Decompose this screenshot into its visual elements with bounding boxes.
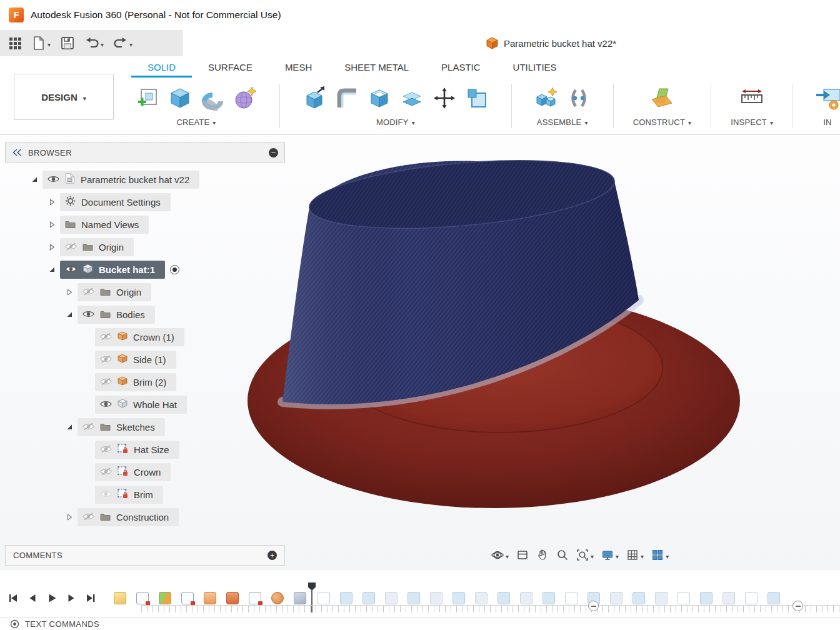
look-at-icon[interactable] — [516, 549, 529, 561]
visibility-eye-icon[interactable] — [82, 309, 94, 320]
split-icon[interactable] — [397, 81, 427, 115]
timeline-collapse-group-icon[interactable] — [792, 601, 803, 611]
visibility-eye-off-icon[interactable] — [82, 287, 94, 298]
zoom-icon[interactable] — [556, 549, 569, 561]
combine-icon[interactable] — [610, 592, 622, 604]
visibility-eye-off-icon[interactable] — [82, 422, 94, 432]
sketch-icon[interactable] — [318, 592, 330, 604]
create-sketch-icon[interactable] — [132, 81, 162, 115]
orbit-icon[interactable] — [491, 549, 509, 561]
fillet-icon[interactable] — [520, 592, 532, 604]
visibility-eye-off-icon[interactable] — [65, 242, 77, 252]
extrude-icon[interactable] — [542, 592, 555, 604]
browser-item-sketches[interactable]: Sketches — [5, 416, 285, 438]
timeline-ruler[interactable] — [141, 605, 840, 612]
expander-expanded-icon[interactable] — [61, 311, 78, 318]
insert-icon[interactable] — [812, 81, 840, 115]
sketch-icon[interactable] — [136, 592, 149, 604]
add-comment-icon[interactable]: + — [268, 551, 277, 560]
tab-surface[interactable]: SURFACE — [192, 56, 269, 78]
box-icon[interactable] — [165, 81, 195, 115]
browser-item-bodies[interactable]: Bodies — [5, 303, 285, 326]
undo-button[interactable] — [82, 34, 106, 52]
browser-item-origin[interactable]: Origin — [5, 236, 285, 258]
insert-dropdown[interactable]: IN — [823, 118, 831, 127]
measure-icon[interactable] — [737, 81, 767, 115]
tab-sheet-metal[interactable]: SHEET METAL — [328, 56, 425, 78]
text-commands-bar[interactable]: TEXT COMMANDS — [0, 618, 840, 630]
inspect-dropdown[interactable]: INSPECT — [731, 118, 773, 127]
expander-collapsed-icon[interactable] — [61, 289, 78, 296]
tab-plastic[interactable]: PLASTIC — [425, 56, 497, 78]
shell-icon[interactable] — [430, 592, 442, 604]
visibility-eye-dim-icon[interactable] — [100, 489, 112, 500]
extrude-icon[interactable] — [408, 592, 420, 604]
expander-collapsed-icon[interactable] — [44, 221, 60, 228]
press-pull-icon[interactable] — [299, 81, 329, 115]
viewports-icon[interactable] — [651, 549, 669, 561]
fillet-icon[interactable] — [332, 81, 362, 115]
expander-expanded-icon[interactable] — [61, 424, 78, 430]
visibility-eye-off-icon[interactable] — [100, 377, 112, 388]
fit-icon[interactable] — [576, 549, 594, 561]
browser-item-root[interactable]: Parametric bucket hat v22 — [5, 168, 285, 191]
browser-item-crown-sketch[interactable]: Crown — [5, 461, 285, 483]
expander-collapsed-icon[interactable] — [44, 199, 60, 206]
extrude-icon[interactable] — [452, 592, 465, 604]
comments-bar[interactable]: COMMENTS + — [5, 545, 285, 566]
browser-item-document-settings[interactable]: Document Settings — [5, 191, 285, 213]
visibility-eye-icon[interactable] — [48, 174, 59, 185]
move-copy-icon[interactable] — [429, 81, 459, 115]
tab-mesh[interactable]: MESH — [269, 56, 328, 78]
browser-item-named-views[interactable]: Named Views — [5, 213, 285, 236]
expander-collapsed-icon[interactable] — [61, 514, 78, 521]
text-commands-toggle-icon[interactable] — [10, 619, 19, 629]
visibility-eye-icon[interactable] — [65, 264, 77, 275]
workspace-selector-button[interactable]: DESIGN — [14, 74, 114, 120]
skip-to-start-icon[interactable] — [8, 592, 19, 604]
redo-button[interactable] — [111, 34, 135, 52]
extrude-icon[interactable] — [226, 592, 239, 604]
new-component-icon[interactable] — [531, 81, 561, 115]
revolve-icon[interactable] — [271, 592, 284, 604]
extrude-icon[interactable] — [498, 592, 510, 604]
collapse-panel-icon[interactable] — [12, 149, 22, 156]
construction-plane-icon[interactable] — [647, 81, 677, 115]
visibility-eye-off-icon[interactable] — [100, 354, 112, 365]
browser-item-hat-size-sketch[interactable]: Hat Size — [5, 438, 285, 461]
pattern-icon[interactable] — [385, 592, 398, 604]
display-settings-icon[interactable] — [601, 549, 619, 561]
browser-item-brim-body[interactable]: Brim (2) — [5, 371, 285, 393]
sketch-icon[interactable] — [678, 592, 690, 604]
sketch-icon[interactable] — [249, 592, 261, 604]
grid-display-icon[interactable] — [626, 549, 644, 561]
joint-icon[interactable] — [564, 81, 594, 115]
document-tab[interactable]: Parametric bucket hat v22* — [486, 30, 616, 56]
tab-utilities[interactable]: UTILITIES — [497, 56, 573, 78]
expander-expanded-icon[interactable] — [26, 176, 42, 182]
minimize-browser-icon[interactable]: – — [269, 148, 278, 158]
pan-icon[interactable] — [536, 549, 549, 561]
step-forward-icon[interactable] — [66, 592, 77, 604]
skip-to-end-icon[interactable] — [85, 592, 96, 604]
visibility-eye-icon[interactable] — [100, 399, 112, 410]
app-grid-icon[interactable] — [6, 35, 24, 52]
browser-item-whole-hat-body[interactable]: Whole Hat — [5, 393, 285, 416]
sweep-icon[interactable] — [294, 592, 306, 604]
revolve-icon[interactable] — [198, 81, 228, 115]
shell-icon[interactable] — [364, 81, 394, 115]
save-button[interactable] — [58, 34, 78, 52]
extrude-icon[interactable] — [340, 592, 352, 604]
extrude-icon[interactable] — [768, 592, 780, 604]
create-dropdown[interactable]: CREATE — [176, 118, 216, 127]
play-icon[interactable] — [46, 592, 58, 604]
browser-item-side-body[interactable]: Side (1) — [5, 348, 285, 371]
expander-expanded-icon[interactable] — [44, 266, 60, 272]
extrude-icon[interactable] — [204, 592, 216, 604]
extrude-icon[interactable] — [362, 592, 375, 604]
browser-item-brim-sketch[interactable]: Brim — [5, 483, 285, 506]
new-component-icon[interactable] — [114, 592, 126, 604]
assemble-dropdown[interactable]: ASSEMBLE — [537, 118, 588, 127]
browser-item-construction[interactable]: Construction — [5, 506, 285, 528]
activate-component-radio[interactable] — [170, 265, 179, 274]
